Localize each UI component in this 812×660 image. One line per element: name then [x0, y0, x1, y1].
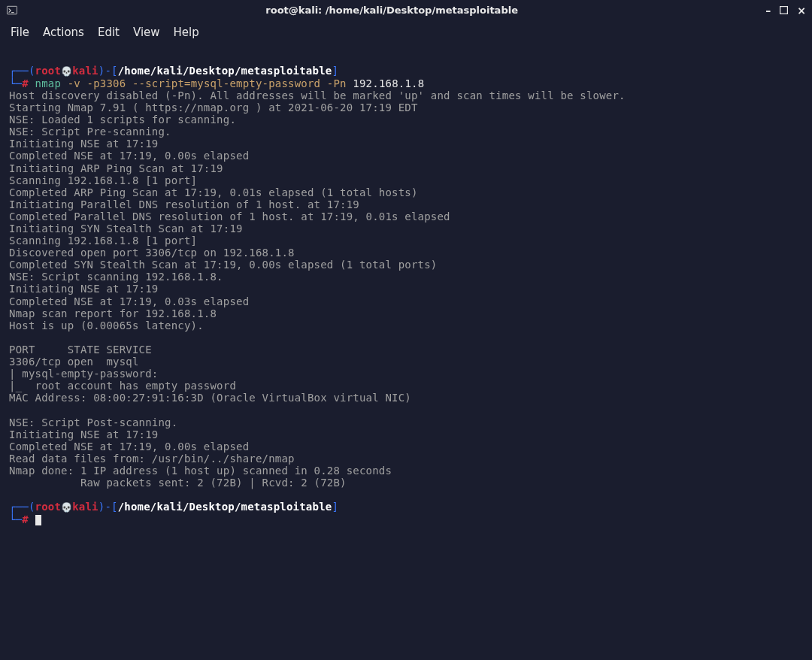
output-line: Read data files from: /usr/bin/../share/… [9, 453, 295, 465]
prompt-path: /home/kali/Desktop/metasploitable [118, 501, 332, 513]
prompt-user: root [35, 65, 62, 77]
prompt-user: root [35, 501, 62, 513]
output-line: | mysql-empty-password: [9, 368, 165, 380]
output-line: Raw packets sent: 2 (72B) | Rcvd: 2 (72B… [9, 477, 347, 489]
cmd-args-b: -Pn [320, 77, 347, 89]
prompt-sep: )-[ [98, 65, 118, 77]
prompt-hash: # [22, 513, 29, 525]
close-icon[interactable]: × [797, 5, 806, 17]
minimize-icon[interactable]: – [765, 5, 771, 17]
output-line: Initiating NSE at 17:19 [9, 428, 158, 441]
output-line: Host discovery disabled (-Pn). All addre… [9, 89, 626, 101]
output-line: Completed Parallel DNS resolution of 1 h… [9, 210, 450, 223]
prompt-sep: )-[ [98, 501, 118, 513]
window-title: root@kali: /home/kali/Desktop/metasploit… [18, 5, 765, 17]
maximize-icon[interactable] [780, 5, 788, 17]
menu-view[interactable]: View [133, 26, 160, 39]
output-line: Discovered open port 3306/tcp on 192.168… [9, 247, 295, 259]
cmd-script: --script=mysql-empty-password [132, 77, 320, 89]
svg-rect-2 [780, 7, 788, 14]
output-line: Nmap done: 1 IP address (1 host up) scan… [9, 465, 392, 477]
prompt-host: kali [72, 65, 98, 77]
output-line: Completed ARP Ping Scan at 17:19, 0.01s … [9, 186, 418, 198]
prompt-corner: ┌──( [9, 501, 35, 513]
cmd-binary: nmap [29, 77, 61, 89]
prompt-corner-bottom: └─ [9, 513, 22, 525]
menu-edit[interactable]: Edit [98, 26, 120, 39]
output-line: Host is up (0.00065s latency). [9, 319, 204, 332]
prompt-host: kali [72, 501, 98, 513]
output-line: Nmap scan report for 192.168.1.8 [9, 307, 217, 319]
prompt-corner: ┌──( [9, 65, 35, 77]
output-line: Scanning 192.168.1.8 [1 port] [9, 235, 197, 247]
output-line: NSE: Script Post-scanning. [9, 416, 177, 428]
output-line: Completed NSE at 17:19, 0.00s elapsed [9, 441, 249, 453]
cmd-target: 192.168.1.8 [347, 77, 425, 89]
cmd-args: -v -p3306 [61, 77, 132, 89]
output-line: MAC Address: 08:00:27:91:16:3D (Oracle V… [9, 392, 411, 404]
output-line: Initiating Parallel DNS resolution of 1 … [9, 198, 359, 210]
menu-file[interactable]: File [11, 26, 29, 39]
svg-rect-0 [7, 6, 17, 14]
output-line: |_ root account has empty password [9, 380, 236, 392]
menu-actions[interactable]: Actions [43, 26, 84, 39]
output-line: NSE: Loaded 1 scripts for scanning. [9, 114, 236, 126]
menubar: File Actions Edit View Help [0, 21, 812, 45]
prompt-corner-bottom: └─ [9, 77, 22, 89]
cursor-block [35, 515, 41, 525]
skull-icon: 💀 [61, 502, 72, 513]
output-line: Completed NSE at 17:19, 0.00s elapsed [9, 150, 249, 162]
output-line: Completed SYN Stealth Scan at 17:19, 0.0… [9, 259, 438, 271]
output-line: Scanning 192.168.1.8 [1 port] [9, 174, 197, 186]
output-line: Initiating NSE at 17:19 [9, 138, 158, 150]
menu-help[interactable]: Help [174, 26, 199, 39]
output-line: Initiating NSE at 17:19 [9, 283, 158, 295]
prompt-path: /home/kali/Desktop/metasploitable [118, 65, 332, 77]
terminal-output[interactable]: ┌──(root💀kali)-[/home/kali/Desktop/metas… [0, 45, 812, 534]
prompt-end: ] [332, 65, 338, 77]
output-line: PORT STATE SERVICE [9, 344, 152, 356]
skull-icon: 💀 [61, 66, 72, 77]
output-line: NSE: Script scanning 192.168.1.8. [9, 271, 223, 283]
window-titlebar: root@kali: /home/kali/Desktop/metasploit… [0, 0, 812, 21]
output-line: Initiating SYN Stealth Scan at 17:19 [9, 223, 243, 235]
prompt-end: ] [332, 501, 338, 513]
output-line: 3306/tcp open mysql [9, 356, 139, 368]
terminal-app-icon [6, 5, 18, 17]
output-line: Initiating ARP Ping Scan at 17:19 [9, 162, 223, 174]
output-line: Starting Nmap 7.91 ( https://nmap.org ) … [9, 101, 418, 114]
output-line: Completed NSE at 17:19, 0.03s elapsed [9, 295, 249, 307]
prompt-hash: # [22, 77, 29, 89]
output-line: NSE: Script Pre-scanning. [9, 126, 171, 138]
